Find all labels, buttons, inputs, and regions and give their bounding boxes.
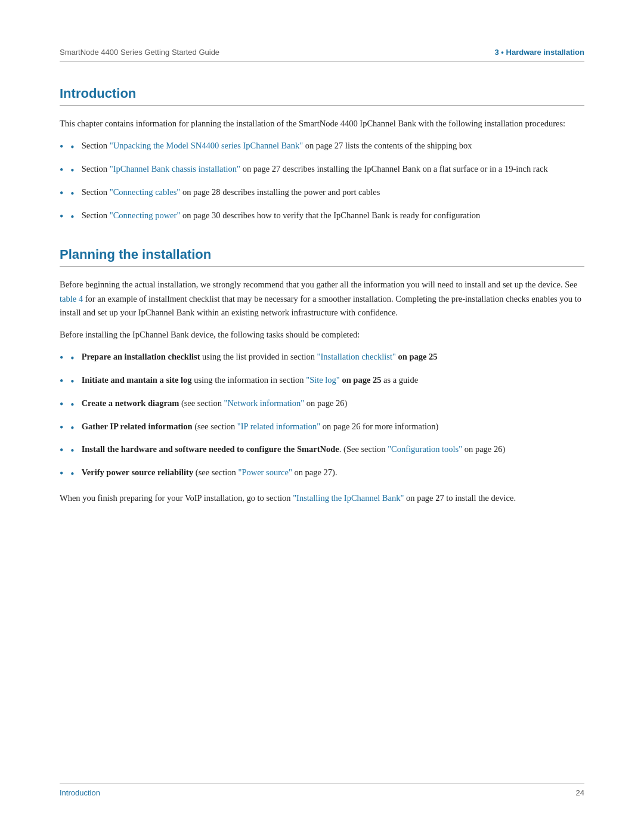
link-config-tools[interactable]: "Configuration tools" bbox=[388, 444, 462, 454]
list-item: • Verify power source reliability (see s… bbox=[60, 466, 584, 483]
link-power[interactable]: "Connecting power" bbox=[110, 210, 181, 220]
header-section-prefix: 3 • bbox=[495, 48, 506, 57]
link-installation-checklist[interactable]: "Installation checklist" bbox=[317, 352, 396, 361]
bullet-marker: • bbox=[70, 397, 74, 414]
link-unpacking[interactable]: "Unpacking the Model SN4400 series IpCha… bbox=[110, 141, 303, 150]
list-item: • Section "Connecting cables" on page 28… bbox=[60, 185, 584, 203]
link-chassis[interactable]: "IpChannel Bank chassis installation" bbox=[110, 164, 240, 174]
link-power-source[interactable]: "Power source" bbox=[238, 467, 292, 477]
link-installing-ipchannel[interactable]: "Installing the IpChannel Bank" bbox=[293, 493, 404, 503]
planning-paragraph1: Before beginning the actual installation… bbox=[60, 278, 584, 320]
bullet-marker: • bbox=[70, 209, 74, 226]
link-site-log[interactable]: "Site log" bbox=[306, 375, 340, 385]
planning-bullet-list: • Prepare an installation checklist usin… bbox=[60, 350, 584, 483]
header-section-name: Hardware installation bbox=[506, 48, 584, 57]
bullet-marker: • bbox=[70, 139, 74, 156]
bullet-marker: • bbox=[70, 350, 74, 367]
bullet-marker: • bbox=[70, 442, 74, 460]
introduction-paragraph: This chapter contains information for pl… bbox=[60, 117, 584, 131]
planning-title: Planning the installation bbox=[60, 247, 584, 267]
list-item: • Install the hardware and software need… bbox=[60, 442, 584, 460]
link-cables[interactable]: "Connecting cables" bbox=[110, 187, 181, 197]
bullet-marker: • bbox=[70, 185, 74, 203]
planning-paragraph2: Before installing the IpChannel Bank dev… bbox=[60, 328, 584, 342]
header-guide-title: SmartNode 4400 Series Getting Started Gu… bbox=[60, 48, 219, 57]
introduction-bullet-list: • Section "Unpacking the Model SN4400 se… bbox=[60, 139, 584, 225]
planning-section: Planning the installation Before beginni… bbox=[60, 247, 584, 505]
bullet-marker: • bbox=[70, 420, 74, 437]
introduction-title: Introduction bbox=[60, 86, 584, 106]
planning-paragraph3: When you finish preparing for your VoIP … bbox=[60, 491, 584, 505]
list-item: • Initiate and mantain a site log using … bbox=[60, 373, 584, 391]
list-item: • Section "Connecting power" on page 30 … bbox=[60, 209, 584, 226]
bullet-marker: • bbox=[70, 466, 74, 483]
link-table4[interactable]: table 4 bbox=[60, 294, 83, 304]
page-footer: Introduction 24 bbox=[60, 783, 584, 797]
link-network-info[interactable]: "Network information" bbox=[224, 398, 305, 408]
footer-page-number: 24 bbox=[576, 788, 584, 797]
list-item: • Section "IpChannel Bank chassis instal… bbox=[60, 162, 584, 179]
list-item: • Prepare an installation checklist usin… bbox=[60, 350, 584, 367]
page-header: SmartNode 4400 Series Getting Started Gu… bbox=[60, 48, 584, 62]
header-section: 3 • Hardware installation bbox=[495, 48, 585, 57]
page: SmartNode 4400 Series Getting Started Gu… bbox=[0, 0, 644, 833]
introduction-section: Introduction This chapter contains infor… bbox=[60, 86, 584, 225]
bullet-marker: • bbox=[70, 162, 74, 179]
bullet-marker: • bbox=[70, 373, 74, 391]
link-ip-info[interactable]: "IP related information" bbox=[237, 422, 320, 431]
footer-section-label: Introduction bbox=[60, 788, 100, 797]
list-item: • Gather IP related information (see sec… bbox=[60, 420, 584, 437]
list-item: • Section "Unpacking the Model SN4400 se… bbox=[60, 139, 584, 156]
list-item: • Create a network diagram (see section … bbox=[60, 397, 584, 414]
